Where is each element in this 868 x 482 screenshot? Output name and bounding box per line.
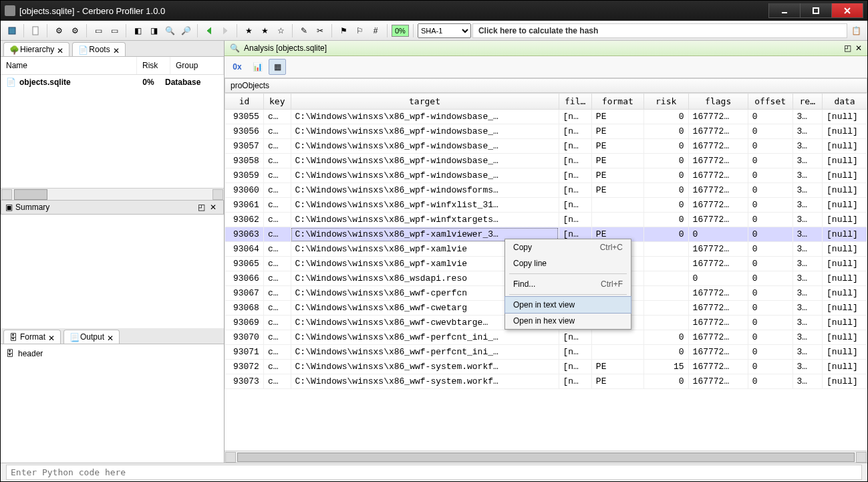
cell-target[interactable]: C:\Windows\winsxs\x86_wwf-perfcnt_ini_…: [291, 345, 559, 360]
table-row[interactable]: 93073c…C:\Windows\winsxs\x86_wwf-system.…: [225, 374, 867, 389]
search2-icon[interactable]: 🔎: [178, 23, 193, 38]
cell-re[interactable]: 3…: [792, 316, 823, 330]
cell-fil[interactable]: [n…: [559, 124, 591, 139]
cell-flags[interactable]: 167772…: [688, 198, 748, 213]
cell-flags[interactable]: 167772…: [688, 316, 748, 330]
table-row[interactable]: 93060c…C:\Windows\winsxs\x86_wpf-windows…: [225, 183, 867, 198]
cell-flags[interactable]: 167772…: [688, 139, 748, 154]
cell-flags[interactable]: 167772…: [688, 242, 748, 257]
cell-risk[interactable]: 0: [643, 213, 688, 227]
cell-offset[interactable]: 0: [748, 124, 792, 139]
cell-target[interactable]: C:\Windows\winsxs\x86_wpf-winfxlist_31…: [291, 198, 559, 213]
close-icon[interactable]: ✕: [113, 46, 120, 53]
cell-data[interactable]: [null]: [823, 242, 867, 257]
cell-fil[interactable]: [n…: [559, 345, 591, 360]
cell-flags[interactable]: 167772…: [688, 301, 748, 316]
col-name[interactable]: Name: [1, 57, 137, 74]
scroll-right-icon[interactable]: [212, 189, 223, 200]
cell-flags[interactable]: 0: [688, 271, 748, 286]
grid-col-format[interactable]: format: [591, 94, 643, 110]
grid-col-id[interactable]: id: [225, 94, 264, 110]
cell-data[interactable]: [null]: [823, 110, 867, 124]
cell-offset[interactable]: 0: [748, 168, 792, 183]
close-button[interactable]: [831, 3, 863, 18]
cell-key[interactable]: c…: [263, 301, 291, 316]
format-item[interactable]: 🗄 header: [6, 347, 219, 360]
summary-header[interactable]: ▣ Summary ◰ ✕: [1, 200, 224, 215]
cell-re[interactable]: 3…: [792, 345, 823, 360]
close-icon[interactable]: ✕: [48, 334, 55, 340]
cell-flags[interactable]: 167772…: [688, 360, 748, 374]
cell-risk[interactable]: [643, 301, 688, 316]
cell-offset[interactable]: 0: [748, 301, 792, 316]
cell-target[interactable]: C:\Windows\winsxs\x86_wpf-windowsforms…: [291, 183, 559, 198]
cell-fil[interactable]: [n…: [559, 168, 591, 183]
cell-re[interactable]: 3…: [792, 213, 823, 227]
dock-icon[interactable]: ◰: [198, 203, 207, 212]
new-file-button[interactable]: [28, 23, 43, 38]
cell-re[interactable]: 3…: [792, 286, 823, 301]
cell-re[interactable]: 3…: [792, 198, 823, 213]
close-icon[interactable]: ✕: [210, 203, 219, 212]
grid-col-key[interactable]: key: [263, 94, 291, 110]
cell-re[interactable]: 3…: [792, 124, 823, 139]
cell-id[interactable]: 93056: [225, 124, 264, 139]
cell-key[interactable]: c…: [263, 198, 291, 213]
cell-flags[interactable]: 167772…: [688, 213, 748, 227]
cell-key[interactable]: c…: [263, 139, 291, 154]
cell-offset[interactable]: 0: [748, 316, 792, 330]
cell-id[interactable]: 93069: [225, 316, 264, 330]
view2-button[interactable]: ▭: [107, 23, 122, 38]
cell-risk[interactable]: 0: [643, 124, 688, 139]
cell-offset[interactable]: 0: [748, 257, 792, 271]
cell-fil[interactable]: [n…: [559, 139, 591, 154]
collapse-icon[interactable]: ▣: [5, 203, 13, 212]
cell-id[interactable]: 93055: [225, 110, 264, 124]
cell-data[interactable]: [null]: [823, 360, 867, 374]
table-row[interactable]: 93061c…C:\Windows\winsxs\x86_wpf-winfxli…: [225, 198, 867, 213]
close-icon[interactable]: ✕: [57, 46, 63, 53]
cell-format[interactable]: PE: [591, 168, 643, 183]
cell-data[interactable]: [null]: [823, 330, 867, 345]
cell-risk[interactable]: 0: [643, 154, 688, 168]
cell-re[interactable]: 3…: [792, 110, 823, 124]
cell-format[interactable]: PE: [591, 360, 643, 374]
cell-fil[interactable]: [n…: [559, 374, 591, 389]
titlebar[interactable]: [objects.sqlite] - Cerbero Profiler 1.0.…: [1, 1, 867, 21]
cell-flags[interactable]: 167772…: [688, 154, 748, 168]
hash-hint[interactable]: Click here to calculate the hash: [472, 23, 847, 38]
scroll-left-icon[interactable]: [225, 452, 236, 463]
cell-fil[interactable]: [n…: [559, 198, 591, 213]
cell-data[interactable]: [null]: [823, 139, 867, 154]
cell-offset[interactable]: 0: [748, 213, 792, 227]
cell-risk[interactable]: 0: [643, 345, 688, 360]
cell-risk[interactable]: 0: [643, 198, 688, 213]
cell-offset[interactable]: 0: [748, 110, 792, 124]
cell-re[interactable]: 3…: [792, 242, 823, 257]
cell-offset[interactable]: 0: [748, 139, 792, 154]
cell-flags[interactable]: 167772…: [688, 110, 748, 124]
gear-icon[interactable]: ⚙: [51, 23, 66, 38]
edit1-button[interactable]: ✎: [297, 23, 311, 38]
grid-col-offset[interactable]: offset: [748, 94, 792, 110]
cell-data[interactable]: [null]: [823, 345, 867, 360]
search-icon[interactable]: 🔍: [162, 23, 177, 38]
cell-id[interactable]: 93072: [225, 360, 264, 374]
cell-risk[interactable]: 0: [643, 374, 688, 389]
data-grid[interactable]: idkeytargetfil…formatriskflagsoffsetre…d…: [225, 93, 867, 451]
cell-format[interactable]: PE: [591, 139, 643, 154]
cell-key[interactable]: c…: [263, 345, 291, 360]
cell-target[interactable]: C:\Windows\winsxs\x86_wwf-system.workf…: [291, 360, 559, 374]
grid-col-re[interactable]: re…: [792, 94, 823, 110]
cell-risk[interactable]: [643, 271, 688, 286]
cell-offset[interactable]: 0: [748, 271, 792, 286]
table-row[interactable]: 93070c…C:\Windows\winsxs\x86_wwf-perfcnt…: [225, 330, 867, 345]
cell-offset[interactable]: 0: [748, 227, 792, 242]
cell-key[interactable]: c…: [263, 374, 291, 389]
tab-output[interactable]: 📃 Output ✕: [63, 330, 120, 344]
cell-fil[interactable]: [n…: [559, 110, 591, 124]
hash-icon[interactable]: #: [368, 23, 383, 38]
cell-key[interactable]: c…: [263, 110, 291, 124]
tree-row[interactable]: 📄 objects.sqlite 0% Database: [1, 75, 224, 90]
bookmark1-button[interactable]: ★: [241, 23, 256, 38]
